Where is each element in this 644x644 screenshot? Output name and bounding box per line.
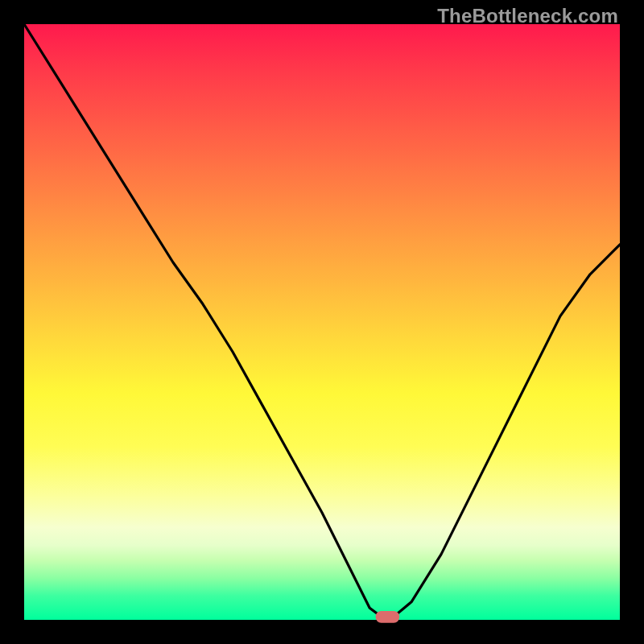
chart-svg — [24, 24, 620, 620]
bottleneck-curve — [24, 24, 620, 617]
watermark-text: TheBottleneck.com — [437, 5, 618, 27]
chart-stage: TheBottleneck.com — [0, 0, 644, 644]
plot-area — [24, 24, 620, 620]
optimum-marker — [376, 611, 400, 623]
